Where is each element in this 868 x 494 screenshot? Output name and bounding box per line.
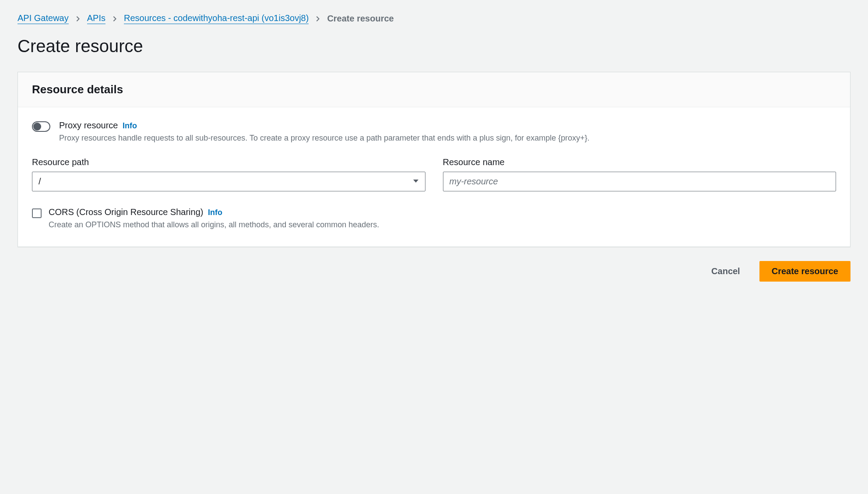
proxy-info-link[interactable]: Info	[123, 121, 137, 130]
toggle-knob	[33, 123, 41, 131]
create-resource-button[interactable]: Create resource	[759, 261, 850, 282]
breadcrumb-link-apis[interactable]: APIs	[87, 13, 105, 24]
breadcrumb-link-api-gateway[interactable]: API Gateway	[18, 13, 69, 24]
chevron-right-icon	[315, 16, 321, 22]
cors-checkbox[interactable]	[32, 208, 42, 218]
chevron-right-icon	[75, 16, 81, 22]
breadcrumb-link-resources[interactable]: Resources - codewithyoha-rest-api (vo1is…	[124, 13, 309, 24]
breadcrumb: API Gateway APIs Resources - codewithyoh…	[18, 13, 850, 24]
cors-label: CORS (Cross Origin Resource Sharing)	[49, 207, 203, 217]
chevron-right-icon	[112, 16, 118, 22]
proxy-resource-toggle[interactable]	[32, 121, 50, 132]
breadcrumb-current: Create resource	[327, 14, 394, 24]
cancel-button[interactable]: Cancel	[699, 261, 752, 282]
page-title: Create resource	[18, 36, 850, 56]
resource-name-label: Resource name	[443, 157, 836, 167]
panel-header-title: Resource details	[32, 83, 836, 96]
resource-details-panel: Resource details Proxy resource Info Pro…	[18, 72, 850, 247]
resource-path-select[interactable]	[32, 172, 425, 191]
proxy-resource-desc: Proxy resources handle requests to all s…	[59, 132, 836, 144]
cors-desc: Create an OPTIONS method that allows all…	[49, 219, 836, 231]
proxy-resource-label: Proxy resource	[59, 120, 118, 130]
action-bar: Cancel Create resource	[18, 261, 850, 282]
cors-info-link[interactable]: Info	[208, 208, 222, 217]
resource-path-label: Resource path	[32, 157, 425, 167]
resource-name-input[interactable]	[443, 172, 836, 191]
panel-header: Resource details	[18, 72, 850, 107]
